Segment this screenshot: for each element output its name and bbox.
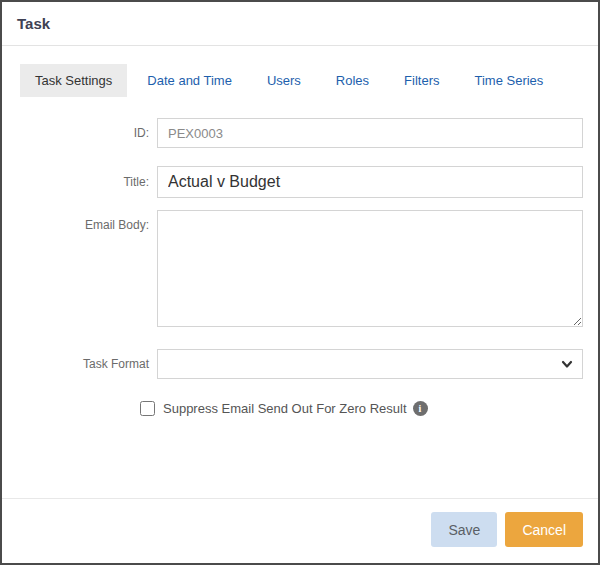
suppress-checkbox[interactable] [140, 401, 155, 416]
email-body-field[interactable] [157, 210, 583, 327]
tab-users[interactable]: Users [252, 64, 316, 97]
tab-filters[interactable]: Filters [389, 64, 454, 97]
email-body-label: Email Body: [2, 210, 157, 232]
cancel-button[interactable]: Cancel [505, 512, 583, 547]
dialog-header: Task [2, 2, 598, 46]
tab-roles[interactable]: Roles [321, 64, 384, 97]
title-label: Title: [2, 175, 157, 189]
tab-time-series[interactable]: Time Series [459, 64, 558, 97]
email-body-row: Email Body: [2, 210, 598, 331]
tab-task-settings[interactable]: Task Settings [20, 64, 127, 97]
task-format-row: Task Format [2, 349, 598, 379]
tab-date-and-time[interactable]: Date and Time [132, 64, 247, 97]
dialog-content: Task Settings Date and Time Users Roles … [2, 46, 598, 498]
title-field[interactable] [157, 166, 583, 198]
info-icon[interactable]: i [413, 401, 428, 416]
title-row: Title: [2, 166, 598, 198]
dialog-footer: Save Cancel [2, 498, 598, 563]
suppress-label: Suppress Email Send Out For Zero Result [163, 401, 407, 416]
task-format-label: Task Format [2, 357, 157, 371]
id-row: ID: [2, 118, 598, 148]
id-field[interactable] [157, 118, 583, 148]
save-button[interactable]: Save [431, 512, 497, 547]
dialog-title: Task [17, 15, 50, 32]
tab-bar: Task Settings Date and Time Users Roles … [20, 64, 583, 97]
suppress-row: Suppress Email Send Out For Zero Result … [140, 401, 598, 416]
task-format-select[interactable] [157, 349, 583, 379]
task-dialog: Task Task Settings Date and Time Users R… [0, 0, 600, 565]
id-label: ID: [2, 126, 157, 140]
